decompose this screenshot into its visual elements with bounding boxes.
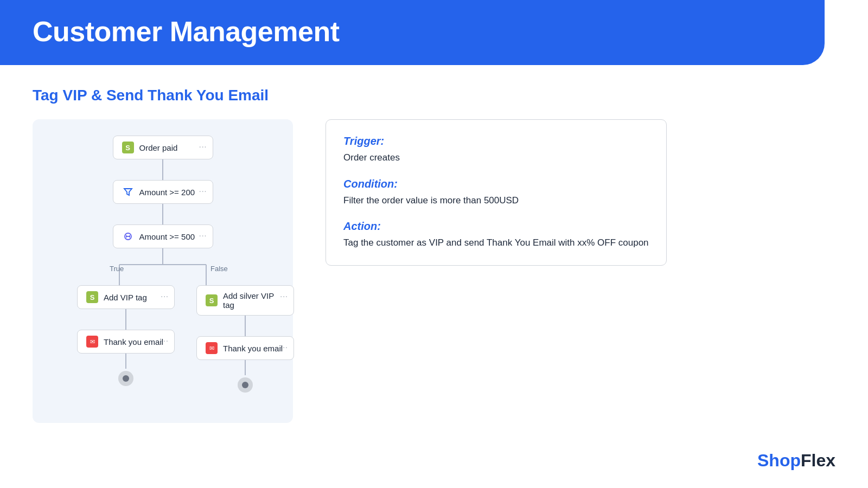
end-circle-1	[118, 371, 133, 386]
flow-diagram: S Order paid ... Amount >= 200 ...	[33, 119, 293, 423]
info-panel: Trigger: Order creates Condition: Filter…	[326, 119, 667, 266]
condition-icon	[122, 230, 134, 242]
brand-shop: Shop	[757, 451, 801, 470]
branding: ShopFlex	[757, 451, 835, 471]
node-amount-200[interactable]: Amount >= 200 ...	[113, 180, 213, 204]
svg-marker-0	[124, 189, 132, 195]
header: Customer Management	[0, 0, 825, 65]
node-menu-vip[interactable]: ...	[161, 290, 169, 299]
action-text: Tag the customer as VIP and send Thank Y…	[343, 236, 649, 250]
connector-vip	[125, 309, 126, 330]
connector-silver	[245, 316, 246, 336]
node-label-order-paid: Order paid	[139, 143, 178, 152]
brand-flex: Flex	[801, 451, 835, 470]
node-menu-amount-500[interactable]: ...	[199, 229, 207, 238]
node-label-amount-500: Amount >= 500	[139, 232, 195, 241]
node-label-add-vip: Add VIP tag	[104, 293, 147, 302]
trigger-label: Trigger:	[343, 135, 649, 147]
node-thank-you-2[interactable]: ✉ Thank you email ...	[196, 336, 294, 360]
condition-text: Filter the order value is more than 500U…	[343, 194, 649, 208]
email-icon-1: ✉	[86, 336, 98, 348]
node-menu-silver[interactable]: ...	[280, 290, 288, 299]
true-branch: S Add VIP tag ... ✉ Thank you email ...	[77, 285, 175, 393]
branch-connector-area: True False	[71, 248, 255, 285]
end-circle-inner-1	[123, 375, 129, 382]
node-thank-you-1[interactable]: ✉ Thank you email ...	[77, 330, 175, 354]
node-menu-email-1[interactable]: ...	[161, 335, 169, 343]
condition-label: Condition:	[343, 178, 649, 190]
page-title: Customer Management	[33, 15, 792, 48]
node-label-silver: Add silver VIP tag	[223, 291, 285, 310]
false-branch: S Add silver VIP tag ... ✉ Thank you ema…	[196, 285, 294, 393]
connector-end-1	[125, 354, 126, 369]
end-circle-inner-2	[242, 382, 248, 388]
node-order-paid[interactable]: S Order paid ...	[113, 136, 213, 159]
true-label: True	[110, 265, 124, 273]
action-label: Action:	[343, 220, 649, 233]
false-label: False	[210, 265, 228, 273]
branch-row: S Add VIP tag ... ✉ Thank you email ...	[71, 285, 255, 393]
email-icon-2: ✉	[206, 342, 218, 354]
shopify-icon: S	[122, 142, 134, 153]
content-row: S Order paid ... Amount >= 200 ...	[33, 119, 835, 423]
node-label-amount-200: Amount >= 200	[139, 188, 195, 197]
node-label-email-1: Thank you email	[104, 337, 163, 346]
section-title: Tag VIP & Send Thank You Email	[33, 87, 835, 104]
main-content: Tag VIP & Send Thank You Email S Order p…	[0, 65, 868, 439]
flow-inner: S Order paid ... Amount >= 200 ...	[49, 136, 277, 393]
shopify-icon-silver: S	[206, 294, 218, 306]
node-amount-500[interactable]: Amount >= 500 ...	[113, 224, 213, 248]
filter-icon	[122, 186, 134, 198]
connector-1	[162, 159, 163, 180]
connector-end-2	[245, 360, 246, 375]
connector-2	[162, 204, 163, 224]
node-add-silver-tag[interactable]: S Add silver VIP tag ...	[196, 285, 294, 316]
node-menu-order-paid[interactable]: ...	[199, 140, 207, 149]
node-menu-amount-200[interactable]: ...	[199, 185, 207, 194]
shopify-icon-vip: S	[86, 291, 98, 303]
trigger-text: Order creates	[343, 151, 649, 165]
node-add-vip-tag[interactable]: S Add VIP tag ...	[77, 285, 175, 309]
end-circle-2	[238, 377, 253, 393]
node-menu-email-2[interactable]: ...	[280, 341, 288, 350]
node-label-email-2: Thank you email	[223, 344, 283, 353]
